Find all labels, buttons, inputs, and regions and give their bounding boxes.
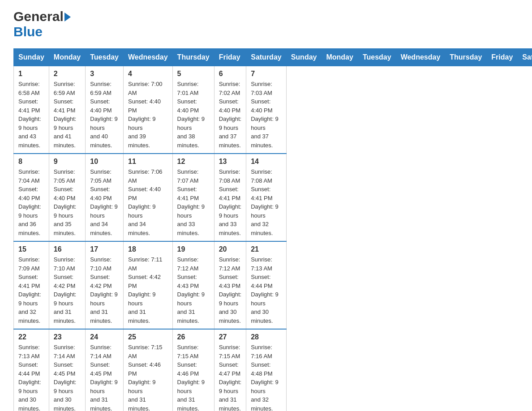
sunrise-label: Sunrise: 7:16 AM (251, 344, 272, 360)
day-number: 2 (54, 70, 81, 78)
day-number: 23 (54, 333, 81, 341)
daylight-label: Daylight: 9 hours (251, 116, 278, 131)
calendar-cell: 5 Sunrise: 7:01 AM Sunset: 4:40 PM Dayli… (172, 66, 214, 154)
sunset-label: Sunset: 4:46 PM (177, 361, 199, 377)
daylight-minutes: and 39 minutes. (128, 133, 150, 149)
daylight-label: Daylight: 9 hours (128, 203, 155, 219)
day-number: 18 (128, 245, 168, 253)
sunset-label: Sunset: 4:40 PM (18, 186, 40, 201)
daylight-label: Daylight: 9 hours (251, 203, 278, 219)
sunrise-label: Sunrise: 7:12 AM (177, 256, 199, 272)
day-info: Sunrise: 7:00 AM Sunset: 4:40 PM Dayligh… (128, 80, 168, 150)
sunrise-label: Sunrise: 7:10 AM (54, 256, 75, 272)
daylight-minutes: and 35 minutes. (54, 221, 76, 236)
daylight-label: Daylight: 9 hours (251, 291, 278, 307)
sunrise-label: Sunrise: 7:08 AM (251, 168, 272, 184)
daylight-minutes: and 30 minutes. (54, 396, 76, 411)
sunrise-label: Sunrise: 7:12 AM (219, 256, 240, 272)
day-info: Sunrise: 7:08 AM Sunset: 4:41 PM Dayligh… (219, 167, 242, 237)
page-header: General Blue (13, 9, 519, 39)
sunset-label: Sunset: 4:43 PM (177, 274, 199, 289)
calendar-cell: 7 Sunrise: 7:03 AM Sunset: 4:40 PM Dayli… (246, 66, 286, 154)
day-info: Sunrise: 7:05 AM Sunset: 4:40 PM Dayligh… (54, 167, 81, 237)
daylight-label: Daylight: 9 hours (90, 203, 117, 219)
daylight-label: Daylight: 9 hours (18, 203, 41, 219)
day-number: 25 (128, 333, 168, 341)
daylight-minutes: and 30 minutes. (251, 308, 273, 324)
sunrise-label: Sunrise: 7:09 AM (18, 256, 40, 272)
day-info: Sunrise: 6:59 AM Sunset: 4:40 PM Dayligh… (90, 80, 119, 150)
sunset-label: Sunset: 4:42 PM (128, 274, 161, 289)
sunrise-label: Sunrise: 7:10 AM (90, 256, 112, 272)
day-number: 14 (251, 158, 281, 166)
calendar-cell: 4 Sunrise: 7:00 AM Sunset: 4:40 PM Dayli… (123, 66, 172, 154)
daylight-label: Daylight: 9 hours (128, 379, 155, 394)
daylight-label: Daylight: 9 hours (219, 379, 242, 394)
sunset-label: Sunset: 4:45 PM (90, 361, 112, 377)
daylight-label: Daylight: 9 hours (219, 291, 242, 307)
calendar-cell: 13 Sunrise: 7:08 AM Sunset: 4:41 PM Dayl… (214, 154, 246, 241)
sunset-label: Sunset: 4:41 PM (18, 98, 40, 114)
sunrise-label: Sunrise: 7:15 AM (219, 344, 240, 360)
sunset-label: Sunset: 4:40 PM (54, 186, 75, 201)
day-number: 3 (90, 70, 119, 78)
calendar-cell: 11 Sunrise: 7:06 AM Sunset: 4:40 PM Dayl… (123, 154, 172, 241)
sunset-label: Sunset: 4:41 PM (219, 186, 240, 201)
day-number: 9 (54, 158, 81, 166)
sunset-label: Sunset: 4:43 PM (219, 274, 240, 289)
day-number: 20 (219, 245, 242, 253)
daylight-minutes: and 31 minutes. (177, 308, 199, 324)
day-number: 4 (128, 70, 168, 78)
header-col-saturday: Saturday (518, 49, 532, 66)
daylight-label: Daylight: 9 hours (90, 291, 117, 307)
daylight-label: Daylight: 9 hours (18, 291, 41, 307)
daylight-label: Daylight: 9 hours (251, 379, 278, 394)
day-info: Sunrise: 7:12 AM Sunset: 4:43 PM Dayligh… (219, 255, 242, 325)
day-number: 16 (54, 245, 81, 253)
calendar-cell: 10 Sunrise: 7:05 AM Sunset: 4:40 PM Dayl… (86, 154, 124, 241)
calendar-table: SundayMondayTuesdayWednesdayThursdayFrid… (13, 48, 532, 411)
day-info: Sunrise: 7:15 AM Sunset: 4:46 PM Dayligh… (177, 343, 210, 411)
sunset-label: Sunset: 4:41 PM (54, 98, 75, 114)
sunrise-label: Sunrise: 6:59 AM (90, 81, 112, 96)
sunset-label: Sunset: 4:44 PM (18, 361, 40, 377)
sunrise-label: Sunrise: 7:01 AM (177, 81, 199, 96)
header-col-thursday: Thursday (445, 49, 487, 66)
sunrise-label: Sunrise: 7:15 AM (128, 344, 163, 360)
sunset-label: Sunset: 4:40 PM (128, 98, 161, 114)
daylight-minutes: and 31 minutes. (128, 396, 150, 411)
daylight-minutes: and 34 minutes. (128, 221, 150, 236)
daylight-label: Daylight: 9 hours (128, 291, 155, 307)
daylight-minutes: and 30 minutes. (219, 308, 241, 324)
day-info: Sunrise: 7:10 AM Sunset: 4:42 PM Dayligh… (90, 255, 119, 325)
day-info: Sunrise: 7:09 AM Sunset: 4:41 PM Dayligh… (18, 255, 44, 325)
calendar-cell: 26 Sunrise: 7:15 AM Sunset: 4:46 PM Dayl… (172, 329, 214, 411)
daylight-minutes: and 31 minutes. (90, 308, 112, 324)
daylight-minutes: and 41 minutes. (54, 133, 76, 149)
daylight-label: Daylight: 9 hours (18, 379, 41, 394)
header-sunday: Sunday (14, 49, 49, 66)
day-number: 11 (128, 158, 168, 166)
day-number: 27 (219, 333, 242, 341)
sunrise-label: Sunrise: 7:13 AM (251, 256, 272, 272)
calendar-cell: 21 Sunrise: 7:13 AM Sunset: 4:44 PM Dayl… (246, 241, 286, 329)
header-col-monday: Monday (322, 49, 358, 66)
daylight-label: Daylight: 9 hours (177, 291, 205, 307)
day-number: 7 (251, 70, 281, 78)
day-number: 10 (90, 158, 119, 166)
header-col-wednesday: Wednesday (396, 49, 445, 66)
sunset-label: Sunset: 4:47 PM (219, 361, 240, 377)
daylight-label: Daylight: 9 hours (219, 116, 242, 131)
calendar-cell: 28 Sunrise: 7:16 AM Sunset: 4:48 PM Dayl… (246, 329, 286, 411)
daylight-label: Daylight: 9 hours (90, 116, 117, 131)
sunset-label: Sunset: 4:45 PM (54, 361, 75, 377)
day-info: Sunrise: 7:15 AM Sunset: 4:46 PM Dayligh… (128, 343, 168, 411)
day-info: Sunrise: 7:08 AM Sunset: 4:41 PM Dayligh… (251, 167, 281, 237)
sunset-label: Sunset: 4:40 PM (251, 98, 272, 114)
day-info: Sunrise: 7:10 AM Sunset: 4:42 PM Dayligh… (54, 255, 81, 325)
sunset-label: Sunset: 4:40 PM (177, 98, 199, 114)
calendar-cell: 20 Sunrise: 7:12 AM Sunset: 4:43 PM Dayl… (214, 241, 246, 329)
day-info: Sunrise: 7:13 AM Sunset: 4:44 PM Dayligh… (251, 255, 281, 325)
day-number: 26 (177, 333, 210, 341)
daylight-minutes: and 32 minutes. (251, 221, 273, 236)
